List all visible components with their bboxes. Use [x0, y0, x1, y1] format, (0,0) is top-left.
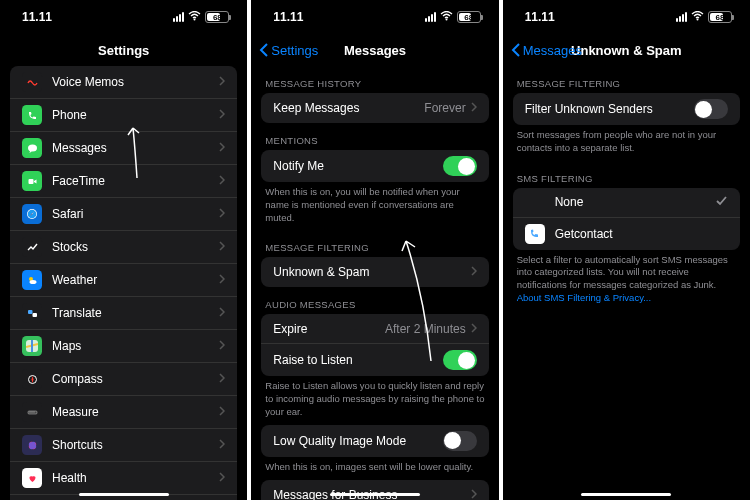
chevron-right-icon	[471, 488, 477, 500]
phone-icon	[22, 105, 42, 125]
home-indicator[interactable]	[581, 493, 671, 497]
settings-row-measure[interactable]: Measure	[10, 396, 237, 429]
battery-icon: 68	[205, 11, 229, 23]
svg-point-1	[28, 144, 37, 151]
clock: 11.11	[273, 10, 303, 24]
page-title: Settings	[98, 43, 149, 58]
settings-row-voice-memos[interactable]: Voice Memos	[10, 66, 237, 99]
maps-icon	[22, 336, 42, 356]
toggle-filter-unknown[interactable]	[694, 99, 728, 119]
status-bar: 11.11 68	[251, 0, 498, 34]
svg-point-19	[445, 19, 447, 21]
svg-rect-2	[28, 179, 33, 184]
row-unknown-spam[interactable]: Unknown & Spam	[261, 257, 488, 287]
cellular-icon	[173, 12, 184, 22]
settings-row-safari[interactable]: Safari	[10, 198, 237, 231]
row-notify-me[interactable]: Notify Me	[261, 150, 488, 182]
home-indicator[interactable]	[330, 493, 420, 497]
svg-rect-7	[28, 310, 33, 314]
chevron-right-icon	[219, 75, 225, 89]
chevron-right-icon	[219, 174, 225, 188]
shortcuts-icon	[22, 435, 42, 455]
cellular-icon	[676, 12, 687, 22]
page-title: Unknown & Spam	[571, 43, 682, 58]
chevron-right-icon	[219, 207, 225, 221]
svg-rect-13	[28, 441, 36, 449]
chevron-right-icon	[219, 438, 225, 452]
chevron-right-icon	[219, 339, 225, 353]
row-filter-none[interactable]: None	[513, 188, 740, 218]
settings-row-maps[interactable]: Maps	[10, 330, 237, 363]
row-low-quality[interactable]: Low Quality Image Mode	[261, 425, 488, 457]
facetime-icon	[22, 171, 42, 191]
section-header-filtering: MESSAGE FILTERING	[251, 230, 498, 257]
home-indicator[interactable]	[79, 493, 169, 497]
cellular-icon	[425, 12, 436, 22]
clock: 11.11	[22, 10, 52, 24]
safari-icon	[22, 204, 42, 224]
chevron-right-icon	[219, 372, 225, 386]
status-bar: 11.11 68	[503, 0, 750, 34]
chevron-right-icon	[471, 265, 477, 279]
health-icon	[22, 468, 42, 488]
toggle-notify-me[interactable]	[443, 156, 477, 176]
settings-row-messages[interactable]: Messages	[10, 132, 237, 165]
page-title: Messages	[344, 43, 406, 58]
row-messages-business[interactable]: Messages for Business	[261, 480, 488, 500]
settings-row-health[interactable]: Health	[10, 462, 237, 495]
sms-privacy-link[interactable]: About SMS Filtering & Privacy...	[517, 292, 651, 303]
settings-row-phone[interactable]: Phone	[10, 99, 237, 132]
svg-point-20	[696, 19, 698, 21]
chevron-right-icon	[471, 101, 477, 115]
navbar: Settings	[0, 34, 247, 66]
wifi-icon	[691, 10, 704, 24]
chevron-right-icon	[219, 141, 225, 155]
svg-point-0	[194, 19, 196, 21]
weather-icon	[22, 270, 42, 290]
measure-icon	[22, 402, 42, 422]
toggle-low-quality[interactable]	[443, 431, 477, 451]
navbar: Settings Messages	[251, 34, 498, 66]
svg-point-6	[29, 280, 36, 284]
row-keep-messages[interactable]: Keep MessagesForever	[261, 93, 488, 123]
row-filter-unknown[interactable]: Filter Unknown Senders	[513, 93, 740, 125]
row-filter-getcontact[interactable]: Getcontact	[513, 218, 740, 250]
settings-row-weather[interactable]: Weather	[10, 264, 237, 297]
footer-raise: Raise to Listen allows you to quickly li…	[251, 376, 498, 424]
voice-memos-icon	[22, 72, 42, 92]
chevron-right-icon	[219, 273, 225, 287]
translate-icon	[22, 303, 42, 323]
settings-row-facetime[interactable]: FaceTime	[10, 165, 237, 198]
section-header-history: MESSAGE HISTORY	[251, 66, 498, 93]
stocks-icon	[22, 237, 42, 257]
status-bar: 11.11 68	[0, 0, 247, 34]
row-raise-listen[interactable]: Raise to Listen	[261, 344, 488, 376]
wifi-icon	[440, 10, 453, 24]
section-header-audio: AUDIO MESSAGES	[251, 287, 498, 314]
getcontact-icon	[525, 224, 545, 244]
chevron-right-icon	[219, 240, 225, 254]
section-header-mentions: MENTIONS	[251, 123, 498, 150]
battery-icon: 68	[457, 11, 481, 23]
footer-lowq: When this is on, images sent will be low…	[251, 457, 498, 480]
settings-row-translate[interactable]: Translate	[10, 297, 237, 330]
checkmark-icon	[715, 194, 728, 210]
svg-rect-8	[32, 313, 37, 317]
chevron-right-icon	[219, 405, 225, 419]
section-header-msg-filter: MESSAGE FILTERING	[503, 66, 750, 93]
svg-rect-11	[28, 411, 37, 414]
chevron-right-icon	[471, 322, 477, 336]
back-button[interactable]: Settings	[259, 43, 318, 58]
toggle-raise-listen[interactable]	[443, 350, 477, 370]
back-button[interactable]: Messages	[511, 43, 582, 58]
chevron-right-icon	[219, 471, 225, 485]
settings-row-compass[interactable]: Compass	[10, 363, 237, 396]
chevron-right-icon	[219, 306, 225, 320]
navbar: Messages Unknown & Spam	[503, 34, 750, 66]
settings-row-stocks[interactable]: Stocks	[10, 231, 237, 264]
footer-filter: Sort messages from people who are not in…	[503, 125, 750, 161]
row-expire[interactable]: ExpireAfter 2 Minutes	[261, 314, 488, 344]
settings-row-shortcuts[interactable]: Shortcuts	[10, 429, 237, 462]
clock: 11.11	[525, 10, 555, 24]
battery-icon: 68	[708, 11, 732, 23]
